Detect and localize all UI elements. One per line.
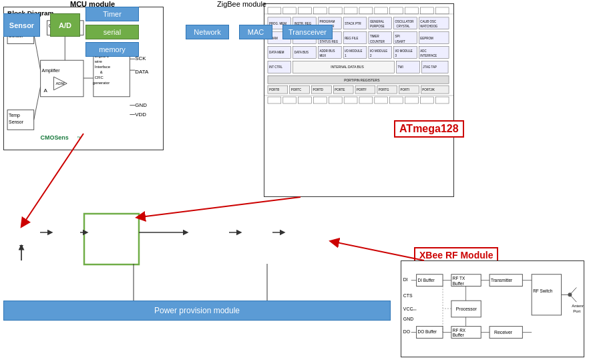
- svg-text:WATCHDOG: WATCHDOG: [420, 25, 438, 28]
- svg-text:CRC: CRC: [95, 75, 104, 79]
- svg-text:REG FILE: REG FILE: [345, 37, 358, 40]
- memory-box: memory: [85, 42, 139, 57]
- main-container: Block Diagram %RH Sensor Temp Sensor Cal…: [0, 0, 589, 364]
- svg-text:CALIB OSC: CALIB OSC: [420, 20, 437, 23]
- svg-rect-132: [299, 97, 312, 104]
- svg-text:PROGRAM: PROGRAM: [319, 20, 335, 23]
- svg-rect-130: [268, 97, 281, 104]
- svg-rect-133: [313, 97, 327, 104]
- svg-text:Sensor: Sensor: [9, 120, 24, 124]
- svg-rect-141: [435, 97, 449, 104]
- svg-rect-38: [283, 7, 297, 14]
- svg-text:ADC: ADC: [420, 49, 427, 53]
- svg-rect-139: [405, 97, 419, 104]
- ad-box: A/D: [50, 13, 80, 37]
- network-box: Network: [186, 25, 229, 39]
- svg-text:STATUS REG: STATUS REG: [319, 40, 338, 43]
- svg-text:CMOSens: CMOSens: [41, 134, 69, 141]
- mac-box: MAC: [239, 25, 272, 39]
- svg-rect-45: [390, 7, 403, 14]
- svg-line-29: [34, 87, 41, 120]
- svg-rect-46: [405, 7, 419, 14]
- svg-text:Interface: Interface: [95, 65, 111, 69]
- svg-text:PORTC: PORTC: [291, 88, 302, 92]
- svg-text:&: &: [100, 70, 103, 74]
- svg-rect-184: [84, 214, 139, 264]
- svg-rect-154: [532, 275, 561, 315]
- svg-text:™: ™: [77, 136, 81, 140]
- xbee-diagram: DI CTS VCC GND DO DI Buffer RF TX Buffer…: [401, 260, 584, 357]
- svg-text:DATA BUS: DATA BUS: [294, 51, 309, 54]
- svg-rect-134: [329, 97, 342, 104]
- svg-text:Temp: Temp: [9, 113, 20, 118]
- svg-text:DI: DI: [403, 277, 408, 282]
- svg-text:RF TX: RF TX: [453, 276, 465, 281]
- svg-text:VDD: VDD: [135, 112, 146, 118]
- svg-text:PORTJ/K: PORTJ/K: [422, 88, 435, 92]
- svg-line-195: [140, 197, 301, 217]
- svg-text:Processor: Processor: [456, 307, 477, 311]
- svg-text:A: A: [44, 87, 48, 94]
- svg-rect-138: [390, 97, 403, 104]
- svg-rect-140: [420, 97, 433, 104]
- svg-text:STACK PTR: STACK PTR: [345, 22, 361, 25]
- svg-line-28: [34, 34, 41, 70]
- svg-text:CRYSTAL: CRYSTAL: [397, 25, 411, 28]
- svg-text:PORTD: PORTD: [313, 88, 323, 92]
- svg-rect-43: [359, 7, 373, 14]
- svg-text:INT CTRL: INT CTRL: [269, 65, 282, 69]
- svg-text:DATA MEM: DATA MEM: [269, 51, 284, 54]
- svg-text:ADM: ADM: [55, 81, 64, 85]
- svg-rect-137: [375, 97, 388, 104]
- svg-text:INTERNAL DATA BUS: INTERNAL DATA BUS: [331, 65, 364, 69]
- svg-text:CTS: CTS: [403, 293, 413, 298]
- svg-text:GND: GND: [403, 317, 413, 321]
- svg-text:Transmitter: Transmitter: [491, 278, 513, 283]
- svg-rect-131: [283, 97, 297, 104]
- atmega-label: ATmega128: [394, 120, 464, 138]
- serial-box: serial: [85, 25, 139, 39]
- svg-text:PORTF: PORTF: [357, 88, 367, 92]
- svg-text:Antenna: Antenna: [572, 304, 584, 308]
- svg-text:ADDR BUS: ADDR BUS: [319, 49, 335, 53]
- svg-text:Buffer: Buffer: [453, 281, 465, 286]
- svg-rect-40: [313, 7, 327, 14]
- svg-text:RF RX: RF RX: [453, 328, 466, 333]
- svg-text:GND: GND: [135, 102, 147, 108]
- svg-text:GENERAL: GENERAL: [370, 20, 385, 23]
- svg-line-196: [334, 242, 424, 260]
- svg-line-158: [570, 287, 576, 295]
- svg-text:PORTE: PORTE: [335, 88, 345, 92]
- svg-rect-136: [359, 97, 373, 104]
- svg-text:PORTI: PORTI: [401, 88, 410, 92]
- svg-text:EEPROM: EEPROM: [420, 37, 433, 40]
- svg-text:COUNTER: COUNTER: [370, 40, 385, 43]
- svg-rect-135: [344, 97, 357, 104]
- svg-text:I/O MODULE: I/O MODULE: [370, 49, 387, 53]
- svg-text:DI Buffer: DI Buffer: [418, 278, 435, 283]
- svg-rect-44: [375, 7, 388, 14]
- sensor-box: Sensor: [3, 13, 40, 37]
- svg-rect-41: [329, 7, 342, 14]
- svg-text:Buffer: Buffer: [453, 333, 465, 337]
- svg-rect-42: [344, 7, 357, 14]
- svg-text:INTERFACE: INTERFACE: [420, 54, 437, 57]
- svg-text:Amplifier: Amplifier: [42, 68, 61, 73]
- svg-text:DATA: DATA: [135, 69, 149, 75]
- svg-text:PORTG: PORTG: [379, 88, 389, 92]
- svg-text:I/O MODULE: I/O MODULE: [345, 49, 362, 53]
- svg-text:DO Buffer: DO Buffer: [418, 329, 437, 334]
- svg-text:Receiver: Receiver: [494, 330, 513, 335]
- svg-line-159: [570, 295, 576, 302]
- svg-text:PORT/PIN REGISTERS: PORT/PIN REGISTERS: [344, 79, 380, 82]
- svg-text:TWI: TWI: [398, 65, 403, 69]
- power-box: Power provision module: [3, 301, 391, 321]
- svg-text:generator: generator: [93, 81, 110, 85]
- svg-text:PORTB: PORTB: [269, 88, 279, 92]
- svg-text:I/O MODULE: I/O MODULE: [395, 49, 413, 53]
- svg-text:VCC: VCC: [403, 307, 413, 311]
- svg-text:DO: DO: [403, 329, 411, 334]
- svg-text:RF Switch: RF Switch: [533, 289, 553, 293]
- svg-text:JTAG TAP: JTAG TAP: [423, 65, 437, 69]
- svg-text:SPI: SPI: [395, 35, 400, 38]
